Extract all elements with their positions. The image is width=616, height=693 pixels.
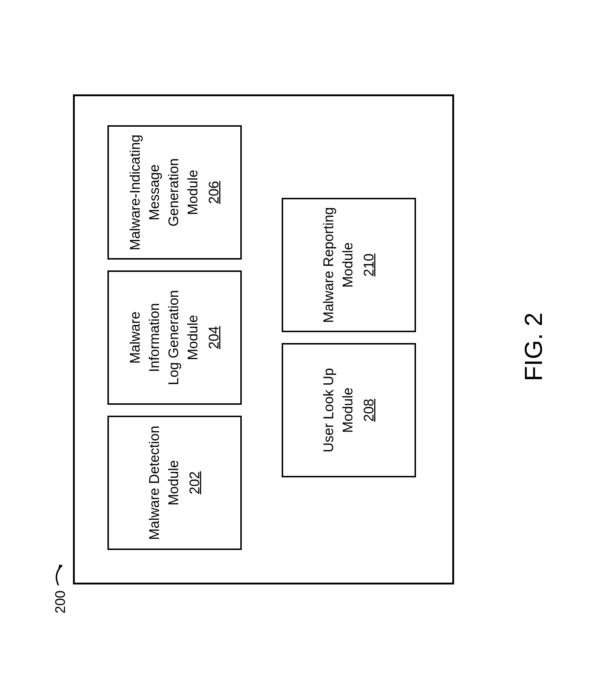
malware-reporting-module-box: Malware Reporting Module 210	[282, 198, 416, 332]
figure-label: FIG. 2	[519, 313, 547, 381]
ref-arrow-icon	[51, 558, 69, 587]
module-title: User Look Up Module	[319, 368, 357, 452]
malware-indicating-message-module-box: Malware-Indicating Message Generation Mo…	[107, 125, 242, 260]
user-lookup-module-box: User Look Up Module 208	[282, 343, 416, 477]
module-ref: 202	[185, 471, 204, 494]
diagram-page: 200 Malware Detection Module 202 Malware…	[0, 0, 616, 693]
malware-detection-module-box: Malware Detection Module 202	[107, 416, 242, 550]
module-ref: 210	[359, 253, 379, 276]
figure-reference-number: 200	[51, 558, 69, 613]
module-ref: 208	[359, 399, 379, 421]
module-title: Malware Detection Module	[144, 425, 183, 540]
module-title: Malware-Indicating Message Generation Mo…	[125, 134, 203, 251]
module-title: Malware Reporting Module	[319, 207, 357, 323]
ref-200-text: 200	[52, 590, 68, 613]
system-container-box: Malware Detection Module 202 Malware Inf…	[73, 94, 454, 584]
malware-info-log-module-box: Malware Information Log Generation Modul…	[107, 270, 242, 405]
module-ref: 204	[204, 326, 224, 349]
module-title: Malware Information Log Generation Modul…	[125, 279, 203, 396]
module-ref: 206	[204, 181, 224, 204]
